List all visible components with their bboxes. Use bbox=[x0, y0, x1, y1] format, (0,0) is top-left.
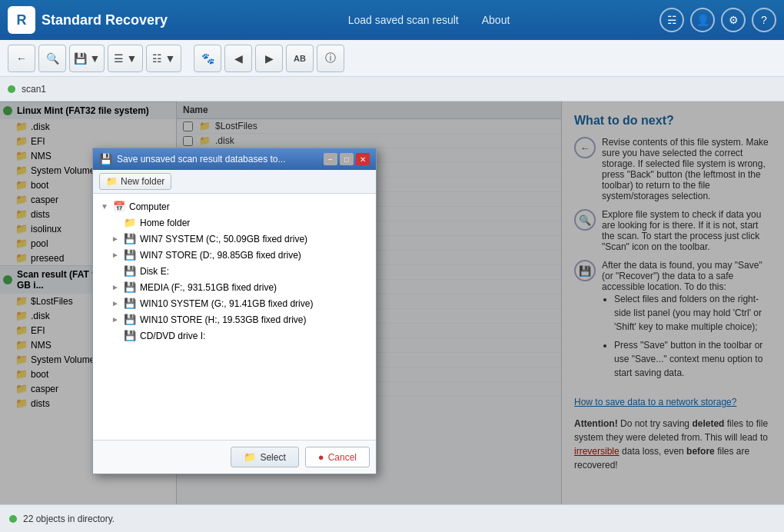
dialog-overlay[interactable]: 💾 Save unsaved scan result databases to.… bbox=[0, 101, 784, 504]
dialog-tree: ▼ 📅 Computer 📁 Home folder ► 💾 WIN bbox=[93, 194, 376, 440]
scan-bar: scan1 bbox=[0, 77, 784, 101]
new-folder-label: New folder bbox=[121, 176, 164, 187]
scan-dot bbox=[8, 85, 15, 93]
select-label: Select bbox=[260, 452, 285, 463]
save-dialog: 💾 Save unsaved scan result databases to.… bbox=[92, 148, 377, 474]
dialog-footer: 📁 Select ● Cancel bbox=[93, 440, 376, 474]
computer-icon: 📅 bbox=[113, 201, 125, 212]
help-icon-btn[interactable]: ? bbox=[752, 8, 776, 32]
dtree-win7sys[interactable]: ► 💾 WIN7 SYSTEM (C:, 50.09GB fixed drive… bbox=[98, 231, 371, 247]
cancel-dot: ● bbox=[318, 451, 324, 463]
dtree-computer[interactable]: ▼ 📅 Computer bbox=[98, 198, 371, 214]
drive-icon: 💾 bbox=[124, 249, 136, 261]
binoculars-button[interactable]: 🐾 bbox=[194, 45, 221, 72]
toolbar: ← 🔍 💾 ▼ ☰ ▼ ☷ ▼ 🐾 ◀ ▶ AB ⓘ bbox=[0, 40, 784, 77]
select-button[interactable]: 📁 Select bbox=[231, 447, 298, 467]
diske-label: Disk E: bbox=[140, 266, 169, 277]
dtree-diske[interactable]: 💾 Disk E: bbox=[98, 263, 371, 279]
drive-icon: 💾 bbox=[124, 281, 136, 293]
list-view-button[interactable]: ☰ ▼ bbox=[108, 45, 143, 72]
win7store-label: WIN7 STORE (D:, 98.85GB fixed drive) bbox=[140, 250, 301, 261]
logo: R Standard Recovery bbox=[8, 6, 168, 34]
win10sys-label: WIN10 SYSTEM (G:, 91.41GB fixed drive) bbox=[140, 298, 313, 309]
computer-label: Computer bbox=[129, 201, 170, 212]
main-content: Linux Mint (FAT32 file system) 📁.disk 📁E… bbox=[0, 101, 784, 504]
app-title: Standard Recovery bbox=[42, 12, 168, 28]
status-text: 22 objects in directory. bbox=[23, 514, 115, 524]
prev-button[interactable]: ◀ bbox=[224, 45, 252, 72]
dtree-win10store[interactable]: ► 💾 WIN10 STORE (H:, 19.53GB fixed drive… bbox=[98, 311, 371, 328]
drive-icon: 💾 bbox=[124, 233, 136, 244]
dialog-close-button[interactable]: ✕ bbox=[356, 153, 370, 165]
expand-icon: ► bbox=[111, 283, 122, 291]
new-folder-button[interactable]: 📁 New folder bbox=[99, 173, 171, 190]
monitor-icon-btn[interactable]: ☵ bbox=[659, 8, 684, 32]
cdvd-label: CD/DVD drive I: bbox=[140, 331, 205, 341]
gear-icon-btn[interactable]: ⚙ bbox=[721, 8, 746, 32]
drive-icon: 💾 bbox=[124, 314, 136, 325]
logo-icon: R bbox=[8, 6, 35, 34]
dtree-cdvd[interactable]: 💾 CD/DVD drive I: bbox=[98, 328, 371, 344]
dtree-win7store[interactable]: ► 💾 WIN7 STORE (D:, 98.85GB fixed drive) bbox=[98, 247, 371, 263]
win10store-label: WIN10 STORE (H:, 19.53GB fixed drive) bbox=[140, 314, 307, 325]
ab-button[interactable]: AB bbox=[286, 45, 314, 72]
expand-icon: ► bbox=[111, 234, 122, 243]
grid-view-button[interactable]: ☷ ▼ bbox=[146, 45, 181, 72]
dialog-title-text: Save unsaved scan result databases to... bbox=[117, 154, 285, 165]
header: R Standard Recovery Load saved scan resu… bbox=[0, 0, 784, 40]
folder-icon: 📁 bbox=[106, 176, 118, 187]
home-label: Home folder bbox=[140, 218, 190, 228]
dtree-win10sys[interactable]: ► 💾 WIN10 SYSTEM (G:, 91.41GB fixed driv… bbox=[98, 295, 371, 311]
cdvd-icon: 💾 bbox=[124, 330, 136, 341]
dialog-title-left: 💾 Save unsaved scan result databases to.… bbox=[99, 153, 285, 165]
home-icon: 📁 bbox=[124, 217, 136, 228]
expand-icon: ► bbox=[111, 299, 122, 308]
back-button[interactable]: ← bbox=[8, 45, 35, 72]
next-button[interactable]: ▶ bbox=[255, 45, 283, 72]
drive-icon: 💾 bbox=[124, 265, 136, 277]
expand-icon: ▼ bbox=[101, 202, 111, 211]
dialog-toolbar: 📁 New folder bbox=[93, 170, 376, 194]
search-button[interactable]: 🔍 bbox=[38, 45, 66, 72]
cancel-label: Cancel bbox=[328, 452, 357, 463]
status-bar: 22 objects in directory. bbox=[0, 504, 784, 532]
dialog-controls: − □ ✕ bbox=[324, 153, 370, 165]
header-nav: Load saved scan result About bbox=[198, 14, 659, 26]
dialog-maximize-button[interactable]: □ bbox=[340, 153, 354, 165]
expand-icon: ► bbox=[111, 315, 122, 324]
cancel-button[interactable]: ● Cancel bbox=[305, 447, 370, 467]
nav-about[interactable]: About bbox=[482, 14, 510, 26]
win7sys-label: WIN7 SYSTEM (C:, 50.09GB fixed drive) bbox=[140, 234, 307, 244]
status-dot bbox=[9, 515, 17, 523]
dialog-body: ▼ 📅 Computer 📁 Home folder ► 💾 WIN bbox=[93, 194, 376, 440]
dtree-media[interactable]: ► 💾 MEDIA (F:, 931.51GB fixed drive) bbox=[98, 279, 371, 295]
dialog-title-icon: 💾 bbox=[99, 153, 112, 165]
dialog-titlebar: 💾 Save unsaved scan result databases to.… bbox=[93, 148, 376, 170]
media-label: MEDIA (F:, 931.51GB fixed drive) bbox=[140, 282, 277, 293]
info-button[interactable]: ⓘ bbox=[317, 45, 344, 72]
header-icons: ☵ 👤 ⚙ ? bbox=[659, 8, 776, 32]
dtree-home[interactable]: 📁 Home folder bbox=[98, 214, 371, 231]
dialog-minimize-button[interactable]: − bbox=[324, 153, 337, 165]
nav-load-scan[interactable]: Load saved scan result bbox=[348, 14, 459, 26]
expand-icon: ► bbox=[111, 251, 122, 259]
save-button[interactable]: 💾 ▼ bbox=[69, 45, 105, 72]
drive-icon: 💾 bbox=[124, 298, 136, 309]
select-icon: 📁 bbox=[244, 451, 256, 463]
scan-label: scan1 bbox=[22, 84, 46, 95]
user-icon-btn[interactable]: 👤 bbox=[690, 8, 715, 32]
